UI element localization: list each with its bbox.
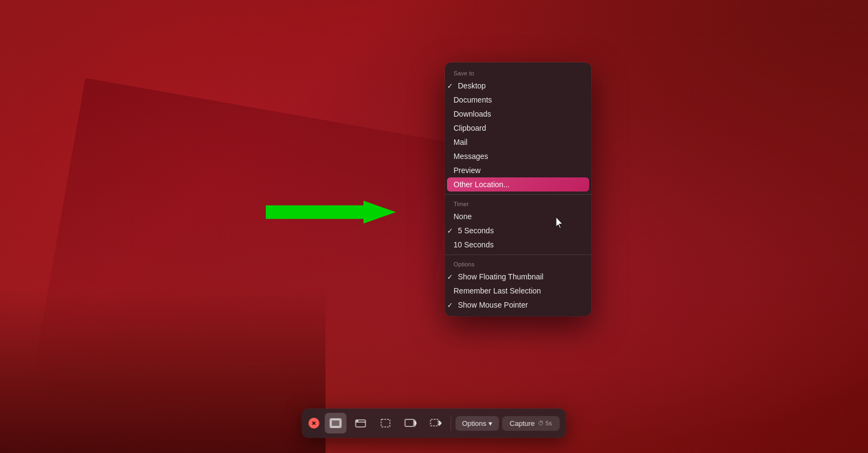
- chevron-down-icon: ▾: [488, 419, 492, 428]
- menu-item-clipboard-label: Clipboard: [454, 124, 486, 132]
- menu-item-remember-last-label: Remember Last Selection: [454, 286, 541, 295]
- save-to-section-label: Save to: [445, 67, 591, 79]
- capture-timer-display: ⏱ 5s: [538, 420, 552, 426]
- menu-item-10seconds[interactable]: 10 Seconds: [445, 238, 591, 252]
- green-arrow: [266, 201, 396, 224]
- menu-item-show-mouse-label: Show Mouse Pointer: [458, 301, 528, 309]
- check-desktop: ✓: [447, 82, 453, 90]
- options-section-label: Options: [445, 258, 591, 270]
- capture-button-label: Capture: [509, 419, 534, 428]
- svg-point-6: [357, 420, 358, 422]
- check-5seconds: ✓: [447, 227, 453, 235]
- options-dropdown: Save to ✓ Desktop Documents Downloads Cl…: [445, 62, 591, 316]
- toolbar-divider: [451, 416, 451, 431]
- menu-item-10seconds-label: 10 Seconds: [454, 240, 494, 249]
- svg-line-0: [312, 422, 316, 425]
- menu-item-messages-label: Messages: [454, 152, 488, 161]
- menu-item-none[interactable]: None: [445, 209, 591, 224]
- svg-rect-3: [331, 420, 340, 426]
- menu-item-clipboard[interactable]: Clipboard: [445, 121, 591, 135]
- capture-button[interactable]: Capture ⏱ 5s: [502, 416, 559, 431]
- menu-item-mail-label: Mail: [454, 138, 468, 146]
- svg-rect-10: [431, 419, 438, 426]
- menu-item-downloads-label: Downloads: [454, 110, 491, 118]
- menu-item-mail[interactable]: Mail: [445, 135, 591, 149]
- menu-item-downloads[interactable]: Downloads: [445, 107, 591, 121]
- screen-record-full-button[interactable]: [400, 413, 422, 433]
- check-floating-thumbnail: ✓: [447, 273, 453, 281]
- options-button-label: Options: [462, 419, 487, 428]
- menu-item-show-mouse[interactable]: ✓ Show Mouse Pointer: [445, 298, 591, 312]
- menu-item-other-location[interactable]: Other Location...: [447, 177, 589, 192]
- menu-item-desktop-label: Desktop: [458, 81, 486, 90]
- menu-item-messages[interactable]: Messages: [445, 149, 591, 163]
- menu-item-none-label: None: [454, 212, 471, 221]
- menu-item-floating-thumbnail-label: Show Floating Thumbnail: [458, 272, 544, 281]
- menu-item-preview[interactable]: Preview: [445, 163, 591, 177]
- timer-section-label: Timer: [445, 197, 591, 209]
- divider-2: [445, 254, 591, 255]
- svg-marker-9: [415, 420, 417, 426]
- options-button[interactable]: Options ▾: [456, 416, 499, 431]
- divider-1: [445, 194, 591, 195]
- svg-rect-8: [405, 419, 414, 426]
- menu-item-5seconds[interactable]: ✓ 5 Seconds: [445, 224, 591, 238]
- menu-item-preview-label: Preview: [454, 166, 481, 175]
- screenshot-toolbar: Options ▾ Capture ⏱ 5s: [302, 409, 566, 438]
- arrow-shaft: [266, 201, 396, 224]
- menu-item-remember-last[interactable]: Remember Last Selection: [445, 284, 591, 298]
- selection-capture-button[interactable]: [375, 413, 397, 433]
- bg-shape-3: [0, 290, 326, 453]
- menu-item-other-location-label: Other Location...: [454, 180, 510, 189]
- svg-rect-7: [381, 419, 390, 427]
- check-show-mouse: ✓: [447, 301, 453, 309]
- svg-marker-11: [439, 421, 442, 425]
- menu-item-documents-label: Documents: [454, 95, 492, 104]
- fullscreen-capture-button[interactable]: [325, 413, 347, 433]
- menu-item-floating-thumbnail[interactable]: ✓ Show Floating Thumbnail: [445, 270, 591, 284]
- menu-item-desktop[interactable]: ✓ Desktop: [445, 79, 591, 93]
- screen-record-selection-button[interactable]: [425, 413, 446, 433]
- menu-item-5seconds-label: 5 Seconds: [458, 226, 494, 235]
- menu-item-documents[interactable]: Documents: [445, 93, 591, 107]
- window-capture-button[interactable]: [350, 413, 372, 433]
- close-button[interactable]: [309, 418, 320, 429]
